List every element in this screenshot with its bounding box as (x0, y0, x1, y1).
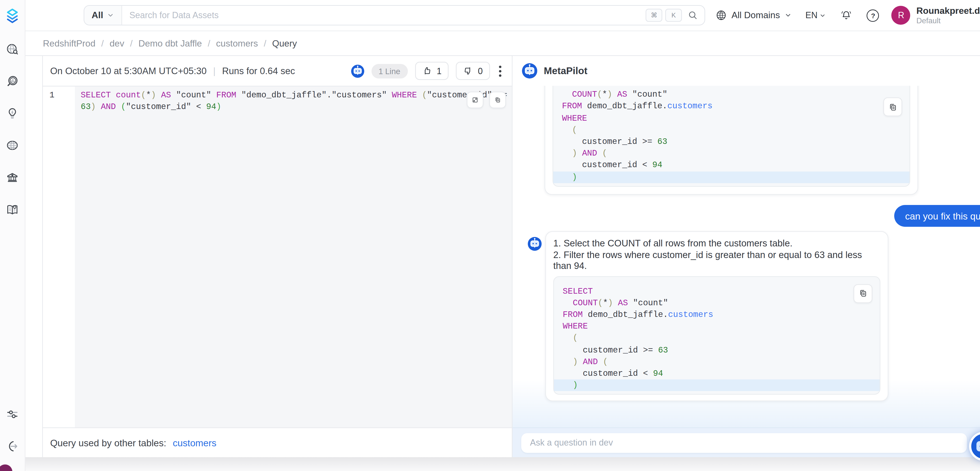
sql-code-block: SELECT COUNT(*) AS "count"FROM demo_dbt_… (553, 276, 880, 395)
help-icon[interactable]: ? (867, 9, 879, 22)
copy-code-button[interactable] (883, 97, 902, 116)
logout-icon[interactable] (6, 440, 19, 453)
user-workspace: Default (916, 16, 980, 25)
chevron-down-icon (784, 12, 791, 19)
downvote-button[interactable]: 0 (456, 62, 490, 80)
search-scope-dropdown[interactable]: All (84, 6, 122, 25)
left-rail (0, 0, 25, 471)
answer-steps: 1. Select the COUNT of all rows from the… (553, 238, 880, 272)
metapilot-panel: MetaPilot SELECT COUNT(*) AS "count"FROM… (512, 56, 980, 457)
sql-editor[interactable]: 1 SELECT count(*) AS "count" FROM "demo_… (43, 86, 512, 427)
metapilot-header: MetaPilot (512, 56, 980, 86)
topbar-right-group: All Domains EN ? R Rounak (715, 6, 980, 25)
upvote-count: 1 (437, 66, 442, 76)
breadcrumb-table[interactable]: customers (216, 38, 258, 48)
governance-bank-icon[interactable] (6, 171, 19, 184)
breadcrumb-connection[interactable]: RedshiftProd (43, 38, 95, 48)
search-input[interactable] (122, 10, 646, 20)
breadcrumb-database[interactable]: dev (110, 38, 124, 48)
page-bottom-strip (25, 457, 980, 471)
user-avatar[interactable]: R (891, 6, 910, 25)
main-column: All ⌘ K All Domains EN (25, 0, 980, 471)
preferences-sliders-icon[interactable] (6, 408, 19, 421)
copy-code-button[interactable] (853, 284, 872, 303)
metapilot-title: MetaPilot (544, 65, 587, 76)
collapse-editor-button[interactable] (467, 92, 484, 108)
line-count-badge: 1 Line (371, 64, 407, 78)
app-window: All ⌘ K All Domains EN (0, 0, 980, 471)
breadcrumb-separator: / (101, 38, 104, 48)
user-menu[interactable]: R Rounakpreet.d Default (891, 6, 980, 25)
rail-bottom-nav (6, 408, 19, 471)
cmd-keycap: ⌘ (646, 9, 662, 22)
global-search: All ⌘ K (84, 5, 705, 25)
assistant-bulb-icon[interactable] (6, 107, 19, 120)
query-header: On October 10 at 5:30AM UTC+05:30 | Runs… (43, 56, 512, 86)
used-by-label: Query used by other tables: (50, 437, 166, 448)
chat-input-bar (512, 427, 980, 457)
rail-nav (6, 43, 19, 216)
query-run-meta: On October 10 at 5:30AM UTC+05:30 | Runs… (50, 65, 295, 76)
query-panel: On October 10 at 5:30AM UTC+05:30 | Runs… (25, 56, 512, 457)
k-keycap: K (665, 9, 682, 22)
query-actions: 1 Line 1 0 (351, 62, 503, 80)
breadcrumb-current: Query (272, 38, 297, 48)
domains-dropdown[interactable]: All Domains (715, 10, 791, 21)
thumbs-down-icon (463, 66, 473, 76)
answer-step-2: 2. Filter the rows where customer_id is … (553, 249, 880, 272)
notifications-bell-icon[interactable] (841, 10, 852, 21)
line-number-gutter: 1 (43, 86, 75, 427)
breadcrumb-separator: / (130, 38, 132, 48)
code-lines: SELECT COUNT(*) AS "count"FROM demo_dbt_… (562, 86, 901, 183)
sql-code-area[interactable]: SELECT count(*) AS "count" FROM "demo_db… (75, 86, 512, 427)
discover-assets-icon[interactable] (6, 43, 19, 56)
query-card: On October 10 at 5:30AM UTC+05:30 | Runs… (42, 56, 512, 457)
content-region: On October 10 at 5:30AM UTC+05:30 | Runs… (25, 55, 980, 457)
search-scope-label: All (92, 10, 103, 20)
sql-code-block: SELECT COUNT(*) AS "count"FROM demo_dbt_… (552, 86, 910, 186)
breadcrumb-schema[interactable]: Demo dbt Jaffle (138, 38, 202, 48)
language-dropdown[interactable]: EN (805, 10, 826, 20)
query-run-timestamp: On October 10 at 5:30AM UTC+05:30 (50, 65, 207, 76)
breadcrumb-separator: / (208, 38, 210, 48)
chevron-down-icon (819, 12, 826, 19)
metapilot-avatar-icon (522, 63, 537, 78)
user-message-bubble: can you fix this query (894, 205, 980, 227)
more-options-icon[interactable] (497, 65, 503, 77)
query-footer: Query used by other tables: customers (43, 427, 512, 457)
chat-messages[interactable]: SELECT COUNT(*) AS "count"FROM demo_dbt_… (512, 86, 980, 427)
used-by-table-link[interactable]: customers (173, 437, 216, 448)
chevron-down-icon (107, 12, 114, 19)
answer-step-1: 1. Select the COUNT of all rows from the… (553, 238, 880, 249)
search-icon[interactable] (688, 10, 698, 20)
domains-globe-icon[interactable] (6, 139, 19, 152)
user-names: Rounakpreet.d Default (916, 6, 980, 25)
query-panel-margin (25, 56, 42, 457)
downvote-count: 0 (478, 66, 483, 76)
bot-avatar-icon (528, 237, 542, 251)
line-number: 1 (49, 89, 75, 101)
bot-message-answer: 1. Select the COUNT of all rows from the… (545, 231, 888, 401)
breadcrumb-separator: / (264, 38, 266, 48)
meta-divider: | (213, 65, 216, 76)
user-name: Rounakpreet.d (916, 6, 980, 16)
chat-input[interactable] (521, 433, 967, 453)
copy-query-button[interactable] (489, 92, 506, 108)
glossary-book-icon[interactable] (6, 203, 19, 216)
code-lines: SELECT COUNT(*) AS "count"FROM demo_dbt_… (563, 285, 871, 391)
editor-actions (467, 92, 506, 108)
domains-label: All Domains (731, 10, 780, 20)
thumbs-up-icon (422, 66, 431, 76)
upvote-button[interactable]: 1 (415, 62, 449, 80)
app-logo-icon[interactable] (4, 7, 21, 25)
top-bar: All ⌘ K All Domains EN (25, 0, 980, 31)
bot-message-code: SELECT COUNT(*) AS "count"FROM demo_dbt_… (544, 86, 918, 194)
breadcrumb: RedshiftProd / dev / Demo dbt Jaffle / c… (25, 31, 980, 55)
metapilot-bot-icon[interactable] (351, 64, 364, 78)
globe-icon (715, 10, 727, 21)
insights-metrics-icon[interactable] (6, 75, 19, 88)
query-runtime: Runs for 0.64 sec (222, 65, 295, 76)
language-label: EN (805, 10, 818, 20)
